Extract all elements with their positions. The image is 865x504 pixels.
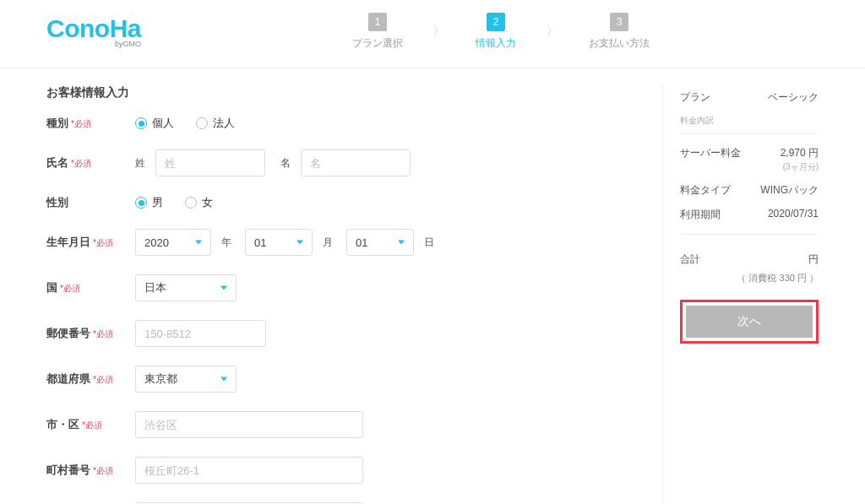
side-total-label: 合計 <box>680 252 700 267</box>
radio-corporate[interactable]: 法人 <box>196 116 235 131</box>
unit-month: 月 <box>323 236 333 250</box>
side-fee-type-value: WINGパック <box>760 183 819 198</box>
sidebar: プラン ベーシック 料金内訳 サーバー料金 2,970 円(3ヶ月分) 料金タイ… <box>662 85 819 504</box>
side-period: 利用期間 2020/07/31 <box>680 203 819 227</box>
month-select[interactable]: 01 <box>245 229 313 256</box>
label-country: 国*必須 <box>46 280 135 295</box>
steps: 1 プラン選択 〉 2 情報入力 〉 3 お支払い方法 <box>183 13 819 51</box>
side-plan-value: ベーシック <box>768 90 819 105</box>
row-country: 国*必須 日本 <box>46 274 637 301</box>
row-type: 種別*必須 個人 法人 <box>46 116 637 131</box>
prefecture-select[interactable]: 東京都 <box>135 366 237 393</box>
side-total: 合計 円 <box>680 247 819 272</box>
side-server-fee-note: (3ヶ月分) <box>783 162 819 171</box>
required-mark: *必須 <box>93 375 113 384</box>
step-1: 1 プラン選択 <box>352 13 403 51</box>
label-town: 町村番号*必須 <box>46 463 135 478</box>
logo-sub: byGMO <box>115 40 141 48</box>
label-postal: 郵便番号*必須 <box>46 326 135 341</box>
row-birthdate: 生年月日*必須 2020 年 01 月 01 日 <box>46 229 637 256</box>
label-birthdate: 生年月日*必須 <box>46 235 135 250</box>
town-input[interactable] <box>135 457 363 484</box>
step-3: 3 お支払い方法 <box>589 13 650 51</box>
side-plan-label: プラン <box>680 90 710 105</box>
chevron-right-icon: 〉 <box>432 23 446 41</box>
label-city: 市・区*必須 <box>46 417 135 432</box>
container: お客様情報入力 種別*必須 個人 法人 氏名*必須 姓 名 性別 男 女 <box>0 68 865 504</box>
side-fee-type-label: 料金タイプ <box>680 183 731 198</box>
side-breakdown-label: 料金内訳 <box>680 115 714 127</box>
radio-icon <box>185 197 197 209</box>
radio-individual[interactable]: 個人 <box>135 116 174 131</box>
year-select[interactable]: 2020 <box>135 229 211 256</box>
step-label-3: お支払い方法 <box>589 36 650 51</box>
row-name: 氏名*必須 姓 名 <box>46 149 637 176</box>
required-mark: *必須 <box>71 159 91 168</box>
row-postal: 郵便番号*必須 <box>46 320 637 347</box>
required-mark: *必須 <box>93 466 113 475</box>
label-prefecture: 都道府県*必須 <box>46 371 135 387</box>
label-type: 種別*必須 <box>46 116 135 131</box>
step-2: 2 情報入力 <box>476 13 516 51</box>
city-input[interactable] <box>135 411 363 438</box>
radio-male[interactable]: 男 <box>135 195 163 210</box>
required-mark: *必須 <box>71 119 91 128</box>
country-select[interactable]: 日本 <box>135 274 237 301</box>
radio-icon <box>196 117 208 129</box>
side-period-value: 2020/07/31 <box>768 208 819 219</box>
logo-main: ConoHa <box>46 16 141 41</box>
step-label-2: 情報入力 <box>476 36 516 51</box>
firstname-input[interactable] <box>301 149 411 176</box>
side-tax: （ 消費税 330 円 ） <box>680 272 819 285</box>
logo[interactable]: ConoHa byGMO <box>46 16 141 48</box>
row-gender: 性別 男 女 <box>46 195 637 210</box>
step-num-3: 3 <box>610 13 628 31</box>
required-mark: *必須 <box>60 284 80 293</box>
unit-year: 年 <box>221 236 231 250</box>
lastname-input[interactable] <box>155 149 265 176</box>
postal-input[interactable] <box>135 320 266 347</box>
required-mark: *必須 <box>93 238 113 247</box>
sublabel-first: 名 <box>280 156 291 171</box>
radio-icon <box>135 117 147 129</box>
row-town: 町村番号*必須 <box>46 457 637 484</box>
step-label-1: プラン選択 <box>352 36 403 51</box>
side-fee-type: 料金タイプ WINGパック <box>680 178 819 203</box>
side-total-value: 円 <box>808 252 819 267</box>
day-select[interactable]: 01 <box>346 229 414 256</box>
side-server-fee-label: サーバー料金 <box>680 146 741 160</box>
step-num-1: 1 <box>368 13 387 31</box>
section-title: お客様情報入力 <box>46 85 637 100</box>
side-server-fee-value: 2,970 円 <box>781 147 819 159</box>
side-server-fee: サーバー料金 2,970 円(3ヶ月分) <box>680 141 819 178</box>
radio-icon <box>135 197 147 209</box>
label-name: 氏名*必須 <box>46 155 135 171</box>
next-button[interactable]: 次へ <box>686 306 813 338</box>
chevron-right-icon: 〉 <box>546 23 559 41</box>
side-plan: プラン ベーシック <box>680 85 819 110</box>
required-mark: *必須 <box>93 329 113 339</box>
header: ConoHa byGMO 1 プラン選択 〉 2 情報入力 〉 3 お支払い方法 <box>0 0 865 68</box>
sublabel-last: 姓 <box>135 156 145 171</box>
step-num-2: 2 <box>487 13 505 31</box>
main-form: お客様情報入力 種別*必須 個人 法人 氏名*必須 姓 名 性別 男 女 <box>46 85 662 504</box>
required-mark: *必須 <box>82 420 102 430</box>
label-gender: 性別 <box>46 195 135 210</box>
row-prefecture: 都道府県*必須 東京都 <box>46 366 637 393</box>
unit-day: 日 <box>424 236 434 250</box>
row-city: 市・区*必須 <box>46 411 637 438</box>
side-period-label: 利用期間 <box>680 208 721 222</box>
radio-female[interactable]: 女 <box>185 195 213 210</box>
next-box: 次へ <box>680 300 819 344</box>
